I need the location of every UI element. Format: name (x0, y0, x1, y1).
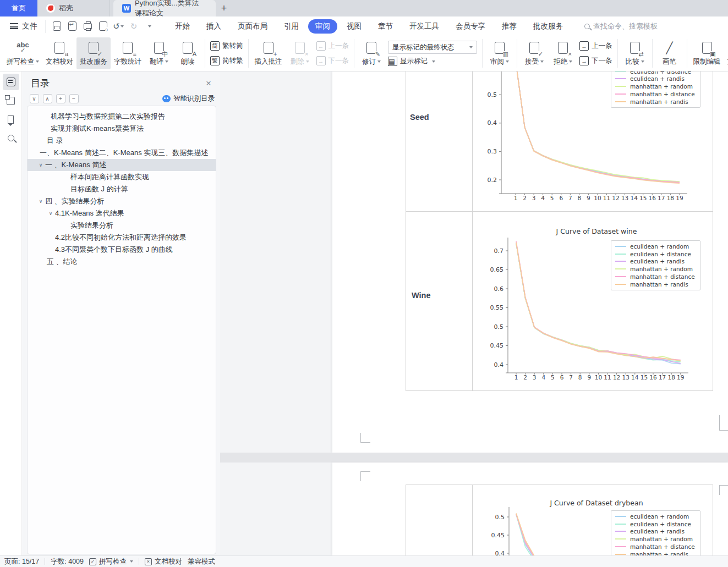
toolbar-button-拒绝[interactable]: ×拒绝 (549, 37, 577, 69)
export-button[interactable] (65, 20, 79, 33)
legend-line-swatch (615, 516, 626, 517)
toolbar-button-繁转简[interactable]: 简繁转简 (210, 40, 243, 53)
word-count[interactable]: 字数: 4009 (51, 557, 84, 566)
toolbar-button-拼写检查[interactable]: abc✓拼写检查 (3, 37, 42, 69)
toc-item[interactable]: 4.2比较不同初始化方法和距离选择的效果 (28, 232, 216, 244)
toolbar-button-翻译[interactable]: 中翻译 (145, 37, 173, 69)
toolbar-button-限制编辑[interactable]: ▣限制编辑 (690, 37, 724, 69)
toc-item[interactable]: 机器学习与数据挖掘第二次实验报告 (28, 111, 216, 123)
markup-state-select[interactable]: 显示标记的最终状态 (388, 41, 477, 54)
toolbar-button-插入批注[interactable]: +插入批注 (251, 37, 286, 69)
toolbar-button-接受[interactable]: ✓接受 (520, 37, 549, 69)
toc-item[interactable]: 实现并测试K-means聚类算法 (28, 123, 216, 135)
legend-label: manhattan + random (630, 536, 693, 542)
lock-icon: ▣ (700, 41, 714, 55)
toolbar-button-修订[interactable]: ✎修订 (357, 37, 386, 69)
toc-item[interactable]: ∨一 、K-Means 简述 (28, 159, 216, 171)
legend-entry: eculidean + distance (615, 250, 695, 258)
command-search[interactable]: 查找命令、搜索模板 (584, 21, 658, 31)
toolbar-button-文档校对[interactable]: a文档校对 (42, 37, 76, 69)
toolbar-group-divider (482, 39, 483, 68)
close-icon[interactable]: × (206, 78, 211, 89)
menu-tab-引用[interactable]: 引用 (277, 19, 306, 34)
file-menu-button[interactable]: 文件 (0, 21, 45, 31)
toc-item[interactable]: 实验结果分析 (28, 219, 216, 232)
toc-control-0[interactable]: ∨ (30, 94, 39, 103)
tab-home[interactable]: 首页 (0, 0, 37, 16)
tab-document[interactable]: W Python实现...类算法 课程论文 (113, 0, 216, 16)
toolbar-button-文档权限[interactable]: ○文档权限 (724, 37, 728, 69)
chart-title: J Curve of Dataset drybean (550, 499, 643, 507)
toc-control-3[interactable]: − (69, 94, 79, 103)
toc-item-label: 实现并测试K-means聚类算法 (51, 124, 144, 134)
proofread-toggle[interactable]: × 文档校对 (145, 557, 182, 566)
toolbar-button-上一条[interactable]: ←上一条 (316, 40, 349, 53)
new-tab-button[interactable]: + (216, 0, 232, 16)
show-markup-button[interactable]: ▤显示标记 (388, 57, 477, 66)
toc-control-1[interactable]: ∧ (43, 94, 52, 103)
stack-icon: ← (579, 41, 589, 51)
smart-toc-label: 智能识别目录 (173, 94, 215, 103)
toc-item[interactable]: ∨4.1K-Means 迭代结果 (28, 207, 216, 219)
svg-text:8: 8 (578, 195, 582, 201)
toc-item[interactable]: 目标函数 J 的计算 (28, 183, 216, 195)
svg-text:7: 7 (569, 374, 573, 381)
toolbar-group-divider (517, 39, 517, 68)
toolbar-button-画笔[interactable]: ╱画笔 (655, 37, 684, 69)
toolbar-button-label: 审阅 (490, 57, 509, 67)
menu-tab-推荐[interactable]: 推荐 (495, 19, 524, 34)
chevron-down-icon (506, 60, 509, 63)
menu-tab-会员专享[interactable]: 会员专享 (448, 19, 492, 34)
svg-text:9: 9 (587, 374, 591, 381)
menu-tab-页面布局[interactable]: 页面布局 (231, 19, 275, 34)
smart-toc-button[interactable]: 智能识别目录 (162, 94, 215, 103)
toolbar-button-上一条[interactable]: ←上一条 (579, 40, 612, 53)
legend-line-swatch (615, 254, 626, 255)
menu-tab-审阅[interactable]: 审阅 (308, 19, 337, 34)
toolbar-button-朗读[interactable]: A朗读 (173, 37, 202, 69)
toc-item[interactable]: 目 录 (28, 135, 216, 147)
print-preview-button[interactable] (96, 20, 110, 33)
menu-tab-批改服务[interactable]: 批改服务 (526, 19, 570, 34)
tab-docer[interactable]: 稻壳 (37, 0, 110, 16)
toc-item[interactable]: 五 、结论 (28, 256, 216, 268)
stack-label: 上一条 (329, 41, 349, 51)
print-button[interactable] (81, 20, 94, 33)
undo-button[interactable]: ↺ (112, 20, 125, 33)
wps-logo-icon: W (122, 4, 131, 13)
toc-item[interactable]: 一、K-Means 简述二、K-Means 实现三、数据集描述 (28, 147, 216, 159)
toc-item-label: 机器学习与数据挖掘第二次实验报告 (51, 112, 165, 122)
menu-tab-开始[interactable]: 开始 (168, 19, 197, 34)
sidebar-item-bookmark[interactable] (3, 111, 19, 128)
toolbar-button-下一条[interactable]: →下一条 (316, 54, 349, 68)
customize-toolbar-button[interactable] (143, 20, 156, 33)
chart-drybean: 0.40.450.5J Curve of Dataset drybeanecul… (481, 493, 713, 555)
save-button[interactable] (50, 20, 63, 33)
sidebar-item-toc[interactable] (3, 74, 19, 90)
toc-item[interactable]: 4.3不同聚类个数下目标函数 J 的曲线 (28, 244, 216, 256)
document-page-15[interactable]: Seed Wine 123456789101112131415161718190… (332, 71, 728, 453)
toolbar-button-简转繁[interactable]: 繁简转繁 (210, 54, 243, 68)
toolbar-button-批改服务[interactable]: ✓批改服务 (76, 37, 111, 69)
menu-tab-开发工具[interactable]: 开发工具 (402, 19, 446, 34)
toc-item[interactable]: 样本间距离计算函数实现 (28, 171, 216, 183)
table-border (406, 485, 713, 485)
document-page-16[interactable]: 0.40.450.5J Curve of Dataset drybeanecul… (332, 463, 728, 555)
margin-mark (360, 433, 370, 443)
spellcheck-toggle[interactable]: ✓ 拼写检查 (89, 557, 133, 566)
toc-control-2[interactable]: + (56, 94, 65, 103)
toolbar-button-比较[interactable]: ⇄比较 (621, 37, 649, 69)
toolbar-button-字数统计[interactable]: ≡字数统计 (111, 37, 145, 69)
toc-item-label: 一 、K-Means 简述 (45, 160, 106, 170)
menu-tab-视图[interactable]: 视图 (340, 19, 369, 34)
sidebar-item-outline[interactable] (3, 92, 19, 109)
toolbar-button-下一条[interactable]: →下一条 (579, 54, 612, 68)
toolbar-button-审阅[interactable]: ▥审阅 (485, 37, 514, 69)
toolbar-button-删除[interactable]: ×删除 (286, 37, 314, 69)
menu-tab-章节[interactable]: 章节 (371, 19, 400, 34)
sidebar-item-search[interactable] (3, 130, 19, 146)
menu-tab-插入[interactable]: 插入 (199, 19, 228, 34)
toc-item-label: 4.1K-Means 迭代结果 (55, 208, 124, 218)
toc-item[interactable]: ∨四 、实验结果分析 (28, 195, 216, 207)
redo-button[interactable]: ↻ (127, 20, 140, 33)
